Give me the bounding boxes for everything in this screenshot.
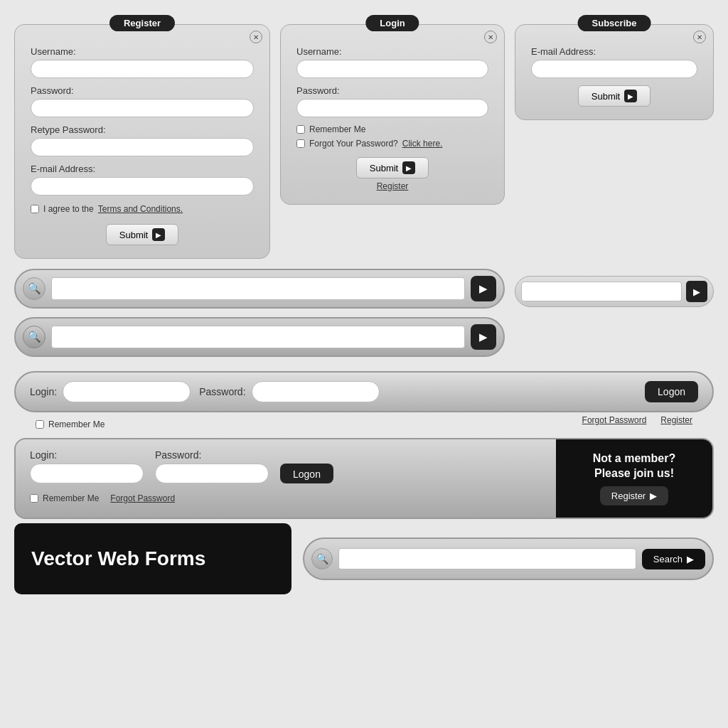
bottom-title-text: Vector Web Forms — [31, 547, 205, 571]
login-submit-button[interactable]: Submit ▶ — [356, 157, 429, 178]
subscribe-submit-arrow-icon: ▶ — [624, 90, 637, 102]
login-remember-label: Remember Me — [309, 124, 365, 134]
login-bar-login-field: Login: — [30, 381, 191, 402]
login-submit-arrow-icon: ▶ — [402, 161, 415, 174]
login-bar-login-input[interactable] — [63, 381, 191, 402]
search-arrow-icon-1: ▶ — [479, 282, 488, 295]
login-bar-2: Login: Password: Logon Remember Me Forgo… — [14, 438, 714, 519]
not-member-text: Not a member? Please join us! — [593, 451, 675, 481]
register-retype-label: Retype Password: — [31, 124, 254, 135]
login-remember-checkbox[interactable] — [296, 125, 305, 134]
subscribe-close-button[interactable]: ✕ — [693, 31, 706, 43]
login-register-link[interactable]: Register — [377, 181, 409, 191]
wide-search-bar-1: 🔍 ▶ — [14, 269, 505, 309]
bottom-search-input[interactable] — [338, 548, 636, 569]
login-password-label: Password: — [296, 85, 488, 96]
login-bar2-login-input[interactable] — [30, 464, 144, 483]
login-title-badge: Login — [365, 15, 419, 31]
bottom-row: Vector Web Forms 🔍 Search ▶ — [0, 523, 728, 594]
search-icon-1: 🔍 — [23, 277, 46, 300]
login-bar2-fields: Login: Password: Logon — [30, 449, 542, 483]
login-forgot-text: Forgot Your Password? — [309, 139, 398, 149]
login-bar2-password-field: Password: — [155, 449, 269, 483]
search-arrow-icon-2: ▶ — [479, 331, 488, 343]
terms-checkbox-row: I agree to the Terms and Conditions. — [31, 204, 254, 214]
register-close-button[interactable]: ✕ — [250, 31, 262, 43]
bottom-search-button[interactable]: Search ▶ — [642, 549, 705, 569]
wide-search-button-2[interactable]: ▶ — [471, 324, 496, 350]
subscribe-panel: Subscribe ✕ E-mail Address: Submit ▶ — [515, 24, 714, 120]
terms-checkbox[interactable] — [31, 205, 39, 213]
agree-text: I agree to the — [43, 204, 94, 214]
login-bar2-left: Login: Password: Logon Remember Me Forgo… — [16, 439, 556, 518]
login-bar2-logon-button[interactable]: Logon — [280, 464, 333, 483]
login-bar2-password-input[interactable] — [155, 464, 269, 483]
register-email-input[interactable] — [31, 177, 254, 196]
login-bar-password-field: Password: — [199, 381, 379, 402]
login-username-label: Username: — [296, 46, 488, 57]
mid-search-stack: 🔍 ▶ 🔍 ▶ — [14, 269, 505, 357]
login-bar-password-input[interactable] — [252, 381, 380, 402]
login-bar2-right: Not a member? Please join us! Register ▶ — [556, 439, 712, 518]
login-bar-login-label: Login: — [30, 386, 57, 397]
small-search-input[interactable] — [521, 282, 682, 301]
small-search-button[interactable]: ▶ — [686, 281, 707, 302]
login-bar-password-label: Password: — [199, 386, 245, 397]
login-forgot-row: Forgot Your Password? Click here. — [296, 139, 488, 149]
login-bar2-remember-checkbox[interactable] — [30, 494, 38, 503]
bottom-search-arrow-icon: ▶ — [687, 554, 694, 564]
login-forgot-checkbox[interactable] — [296, 139, 305, 148]
login-bar1-remember-row: Remember Me — [36, 419, 105, 429]
login-bar1-remember-label: Remember Me — [48, 419, 105, 429]
login-remember-row: Remember Me — [296, 124, 488, 134]
login-bar2-register-button[interactable]: Register ▶ — [600, 486, 668, 505]
wide-search-input-2[interactable] — [51, 326, 465, 348]
login-bar2-forgot-link[interactable]: Forgot Password — [110, 493, 175, 503]
small-search-bar: ▶ — [515, 276, 714, 307]
login-bar-1-container: Login: Password: Logon Remember Me Forgo… — [0, 371, 728, 434]
register-retype-input[interactable] — [31, 138, 254, 156]
bottom-title-box: Vector Web Forms — [14, 523, 291, 594]
login-bar2-remember-label: Remember Me — [43, 493, 99, 503]
small-search-arrow-icon: ▶ — [693, 287, 700, 297]
login-bar-right: Logon — [645, 381, 698, 402]
search-icon-2: 🔍 — [23, 326, 46, 348]
subscribe-email-input[interactable] — [531, 60, 697, 78]
wide-search-bar-2: 🔍 ▶ — [14, 317, 505, 357]
register-email-label: E-mail Address: — [31, 164, 254, 174]
register-username-input[interactable] — [31, 60, 254, 78]
login-bar2-login-field: Login: — [30, 449, 144, 483]
close-icon: ✕ — [253, 33, 259, 41]
login-bar1-forgot-link[interactable]: Forgot Password — [582, 415, 647, 434]
login-bar2-password-label: Password: — [155, 449, 269, 461]
wide-search-button-1[interactable]: ▶ — [471, 276, 496, 301]
login-password-input[interactable] — [296, 99, 488, 117]
login-bar2-login-label: Login: — [30, 449, 144, 461]
login-username-input[interactable] — [296, 60, 488, 78]
register-submit-button[interactable]: Submit ▶ — [106, 224, 178, 245]
terms-link[interactable]: Terms and Conditions. — [98, 204, 183, 214]
close-icon: ✕ — [697, 33, 702, 41]
register-title-badge: Register — [109, 15, 175, 31]
login-bar2-sub: Remember Me Forgot Password — [30, 489, 542, 508]
register-panel: Register ✕ Username: Password: Retype Pa… — [14, 24, 270, 259]
login-bar1-remember-checkbox[interactable] — [36, 420, 44, 429]
subscribe-title-badge: Subscribe — [578, 15, 651, 31]
wide-search-input-1[interactable] — [51, 277, 465, 300]
register-submit-arrow-icon: ▶ — [152, 228, 165, 241]
login-bar2-remember-row: Remember Me — [30, 493, 99, 503]
subscribe-submit-button[interactable]: Submit ▶ — [578, 85, 651, 107]
login-click-here-link[interactable]: Click here. — [402, 139, 443, 149]
register-password-input[interactable] — [31, 99, 254, 117]
bottom-search-bar: 🔍 Search ▶ — [303, 537, 714, 580]
subscribe-email-label: E-mail Address: — [531, 46, 697, 57]
login-bar-1: Login: Password: Logon — [14, 371, 714, 412]
login-bar-logon-button[interactable]: Logon — [645, 381, 698, 402]
register-arrow-icon: ▶ — [650, 491, 657, 501]
register-password-label: Password: — [31, 85, 254, 96]
login-bar1-register-link[interactable]: Register — [660, 415, 692, 434]
login-bar-2-wrapper: Login: Password: Logon Remember Me Forgo… — [0, 438, 728, 519]
close-icon: ✕ — [488, 33, 493, 41]
login-panel: Login ✕ Username: Password: Remember Me … — [280, 24, 505, 205]
login-close-button[interactable]: ✕ — [484, 31, 497, 43]
